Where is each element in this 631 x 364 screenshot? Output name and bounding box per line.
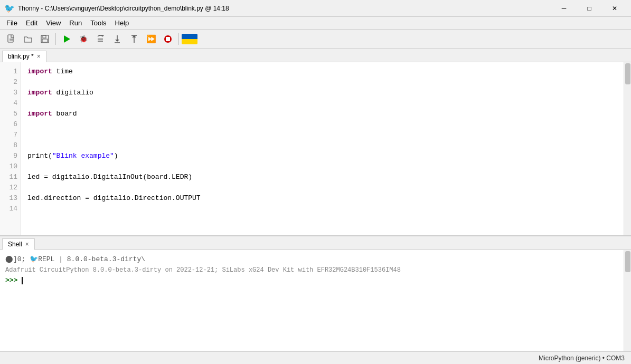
shell-tab-bar: Shell × [0, 236, 631, 250]
open-file-btn[interactable] [20, 32, 36, 46]
menu-edit[interactable]: Edit [22, 18, 42, 28]
shell-scrollbar-thumb [625, 251, 630, 272]
step-into-btn[interactable] [109, 32, 125, 46]
resume-btn[interactable]: ⏩ [143, 32, 159, 46]
line-num: 2 [0, 77, 17, 88]
line-num: 4 [0, 98, 17, 109]
status-bar: MicroPython (generic) • COM3 [0, 351, 631, 364]
menu-run[interactable]: Run [65, 18, 86, 28]
line-num: 14 [0, 204, 17, 214]
line-num: 7 [0, 130, 17, 140]
code-line-1: import time [27, 66, 617, 77]
line-num: 1 [0, 66, 17, 77]
ukraine-flag [182, 34, 197, 44]
step-out-btn[interactable] [126, 32, 142, 46]
minimize-button[interactable]: ─ [552, 0, 576, 17]
svg-rect-0 [8, 35, 13, 42]
editor-scrollbar[interactable] [624, 62, 631, 235]
shell-line-1: ⬤]0; 🐦REPL | 8.0.0-beta.3-dirty\ [5, 254, 618, 265]
tab-bar: blink.py * × [0, 49, 631, 62]
title-bar: 🐦 Thonny - C:\Users\cvnguyen\Desktop\cir… [0, 0, 631, 17]
debug-btn[interactable]: 🐞 [76, 32, 91, 46]
tab-close-btn[interactable]: × [37, 53, 41, 60]
window-controls: ─ □ ✕ [552, 0, 627, 17]
shell-cursor [22, 277, 23, 284]
line-num: 12 [0, 183, 17, 193]
svg-rect-4 [43, 35, 46, 38]
code-line-6: led = digitalio.DigitalInOut(board.LEDR) [27, 172, 617, 183]
code-line-7: led.direction = digitalio.Direction.OUTP… [27, 193, 617, 204]
shell-panel: Shell × ⬤]0; 🐦REPL | 8.0.0-beta.3-dirty\… [0, 235, 631, 351]
code-line-8 [27, 214, 617, 225]
menu-view[interactable]: View [42, 18, 65, 28]
line-num: 13 [0, 193, 17, 204]
menu-help[interactable]: Help [111, 18, 134, 28]
svg-marker-11 [115, 40, 119, 42]
status-text: MicroPython (generic) • COM3 [539, 355, 625, 362]
code-line-3: import board [27, 109, 617, 119]
editor-scrollbar-thumb [625, 63, 630, 84]
shell-line-2: Adafruit CircuitPython 8.0.0-beta.3-dirt… [5, 265, 618, 275]
code-editor[interactable]: 1 2 3 4 5 6 7 8 9 10 11 12 13 14 import … [0, 62, 631, 235]
new-file-btn[interactable] [3, 32, 19, 46]
line-num: 11 [0, 172, 17, 183]
editor-area: 1 2 3 4 5 6 7 8 9 10 11 12 13 14 import … [0, 62, 631, 235]
shell-tab-close-btn[interactable]: × [25, 241, 29, 248]
app-icon: 🐦 [4, 3, 15, 14]
run-btn[interactable] [59, 32, 74, 46]
svg-marker-6 [64, 35, 70, 43]
toolbar-sep-2 [178, 33, 179, 45]
code-line-2: import digitalio [27, 88, 617, 98]
shell-text-area[interactable]: ⬤]0; 🐦REPL | 8.0.0-beta.3-dirty\ Adafrui… [0, 250, 624, 351]
toolbar-sep-1 [55, 33, 56, 45]
tab-label: blink.py * [8, 53, 34, 60]
line-num: 8 [0, 140, 17, 151]
menu-file[interactable]: File [2, 18, 22, 28]
save-file-btn[interactable] [37, 32, 53, 46]
line-num: 5 [0, 109, 17, 119]
shell-scrollbar[interactable] [624, 250, 631, 351]
line-num: 9 [0, 151, 17, 161]
file-tab[interactable]: blink.py * × [2, 51, 46, 62]
window-title: Thonny - C:\Users\cvnguyen\Desktop\circu… [18, 5, 552, 12]
menu-tools[interactable]: Tools [86, 18, 110, 28]
step-over-btn[interactable] [92, 32, 108, 46]
shell-tab[interactable]: Shell × [2, 238, 35, 250]
menu-bar: File Edit View Run Tools Help [0, 17, 631, 30]
shell-prompt: >>> [5, 276, 22, 284]
toolbar: 🐞 ⏩ [0, 30, 631, 49]
code-line-4 [27, 130, 617, 140]
svg-rect-17 [166, 37, 170, 41]
code-line-5: print("Blink example") [27, 151, 617, 161]
code-content[interactable]: import time import digitalio import boar… [21, 62, 624, 235]
close-button[interactable]: ✕ [602, 0, 627, 17]
shell-tab-label: Shell [8, 241, 22, 248]
line-num: 6 [0, 119, 17, 130]
line-num: 10 [0, 161, 17, 172]
svg-rect-5 [42, 39, 48, 42]
line-num: 3 [0, 88, 17, 98]
stop-btn[interactable] [160, 32, 176, 46]
shell-content: ⬤]0; 🐦REPL | 8.0.0-beta.3-dirty\ Adafrui… [0, 250, 631, 351]
shell-prompt-line[interactable]: >>> [5, 275, 618, 286]
line-numbers: 1 2 3 4 5 6 7 8 9 10 11 12 13 14 [0, 62, 21, 235]
maximize-button[interactable]: □ [577, 0, 601, 17]
